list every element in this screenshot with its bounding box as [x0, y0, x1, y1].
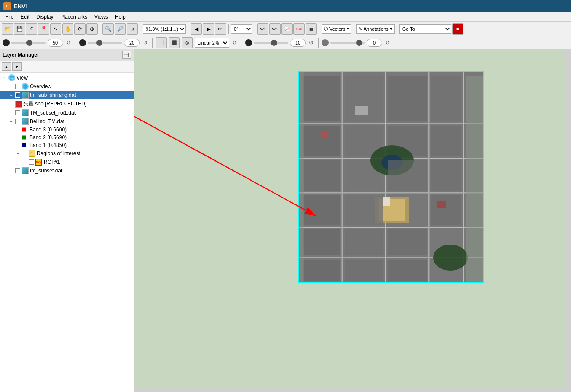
- separator-4: [228, 24, 229, 34]
- regions-expander[interactable]: −: [16, 151, 21, 156]
- horizontal-scrollbar[interactable]: [134, 387, 571, 392]
- tree-item-band1[interactable]: Band 1 (0.4850): [0, 141, 134, 149]
- grid-button[interactable]: ▦: [306, 23, 317, 35]
- roi-tool-button[interactable]: ROI: [293, 23, 305, 35]
- satellite-image: [299, 72, 484, 283]
- nav-next-button[interactable]: ▶: [203, 23, 214, 35]
- view-expander[interactable]: −: [2, 75, 7, 80]
- save-button[interactable]: 💾: [14, 23, 25, 35]
- contrast-thumb[interactable]: [96, 40, 102, 46]
- tree-item-shp[interactable]: S 矢量.shp [REPROJECTED]: [0, 99, 134, 108]
- contrast-refresh[interactable]: ↺: [141, 39, 149, 47]
- tree-item-roi1[interactable]: TM_subset_roi1.dat: [0, 108, 134, 117]
- annotations-dropdown[interactable]: ✎ Annotations ▾: [356, 24, 395, 34]
- tree-item-band3[interactable]: Band 3 (0.6600): [0, 126, 134, 134]
- zoom-select[interactable]: 91.3% (1:1.1...): [143, 24, 186, 34]
- rotation-select[interactable]: 0°: [231, 24, 252, 34]
- menu-file[interactable]: File: [2, 13, 17, 21]
- goto-select[interactable]: Go To: [399, 24, 451, 34]
- separator-8: [397, 24, 397, 34]
- tm-subset-expander: [9, 168, 14, 173]
- tree-item-regions[interactable]: − 📁 Regions of Interest: [0, 149, 134, 158]
- open-button[interactable]: 📂: [2, 23, 13, 35]
- sharpness-circle[interactable]: [245, 39, 252, 46]
- stretch-button[interactable]: W↕: [257, 23, 268, 35]
- menu-display[interactable]: Display: [33, 13, 57, 21]
- vectors-dropdown[interactable]: ⬡ Vectors ▾: [322, 24, 351, 34]
- overview-checkbox[interactable]: [15, 84, 20, 89]
- menu-help[interactable]: Help: [112, 13, 129, 21]
- tm-sub-checkbox[interactable]: [15, 92, 20, 98]
- menu-edit[interactable]: Edit: [17, 13, 33, 21]
- regions-label: Regions of Interest: [37, 150, 132, 156]
- nav-prev-button[interactable]: ◀: [191, 23, 202, 35]
- menu-placemarks[interactable]: Placemarks: [57, 13, 91, 21]
- tree-item-band2[interactable]: Band 2 (0.5690): [0, 134, 134, 141]
- transparency-circle[interactable]: [322, 39, 329, 46]
- tree-item-roi-1[interactable]: ROI ROI #1: [0, 158, 134, 166]
- transparency-thumb[interactable]: [356, 40, 362, 46]
- roi1-checkbox[interactable]: [15, 110, 20, 115]
- svg-rect-33: [303, 260, 340, 281]
- contrast-circle[interactable]: [79, 39, 86, 46]
- north-button[interactable]: N↑: [215, 23, 226, 35]
- sharpness-thumb[interactable]: [271, 40, 277, 46]
- sharpness-refresh[interactable]: ↺: [307, 39, 315, 47]
- tree-item-overview[interactable]: 🌐 Overview: [0, 82, 134, 91]
- stretch-apply-btn[interactable]: ◎: [182, 37, 193, 48]
- layer-manager-pin[interactable]: ⊣|: [122, 51, 131, 59]
- print-button[interactable]: 🖨: [26, 23, 37, 35]
- tree-item-tm-sub-shiliang[interactable]: − tm_sub_shiliang.dat: [0, 91, 134, 99]
- layer-nav-up[interactable]: ▲: [2, 62, 11, 71]
- pan-button[interactable]: ✋: [62, 23, 73, 35]
- contrast-input[interactable]: 20: [124, 39, 140, 47]
- svg-rect-41: [437, 201, 446, 208]
- map-area[interactable]: [134, 49, 571, 392]
- tree-item-view[interactable]: − 🌐 View: [0, 73, 134, 82]
- tree-item-tm-subset[interactable]: tm_subset.dat: [0, 166, 134, 175]
- transparency-track[interactable]: [330, 42, 365, 44]
- svg-line-44: [134, 116, 316, 216]
- tm-sub-expander[interactable]: −: [9, 92, 14, 98]
- histogram-button[interactable]: W↕: [269, 23, 281, 35]
- tree-item-beijing[interactable]: − Beijing_TM.dat: [0, 117, 134, 126]
- band2-icon: [22, 135, 26, 140]
- stretch-full-btn[interactable]: ⬛: [169, 37, 180, 48]
- contrast-track[interactable]: [88, 42, 122, 44]
- stretch-refresh[interactable]: ↺: [231, 39, 239, 47]
- roi-1-checkbox[interactable]: [29, 159, 34, 165]
- cursor-button[interactable]: ↖: [50, 23, 61, 35]
- transparency-refresh[interactable]: ↺: [384, 39, 392, 47]
- zoom-in-button[interactable]: 🔍: [102, 23, 114, 35]
- sharpness-input[interactable]: 10: [290, 39, 306, 47]
- slider-row: 50 ↺ 20 ↺ ⬜ ⬛ ◎ Linear 2% ↺ 10 ↺ 0 ↺: [0, 36, 571, 49]
- toolbar: 📂 💾 🖨 📍 ↖ ✋ ⟳ ⊕ 🔍 🔎 ⊞ 91.3% (1:1.1...) ◀…: [0, 22, 571, 36]
- brightness-circle[interactable]: [3, 39, 10, 46]
- layer-nav-down[interactable]: ▼: [12, 62, 22, 71]
- menu-views[interactable]: Views: [91, 13, 112, 21]
- brightness-refresh[interactable]: ↺: [65, 39, 73, 47]
- zoom-region-button[interactable]: ⊞: [127, 23, 138, 35]
- sharpness-track[interactable]: [254, 42, 288, 44]
- beijing-icon: [22, 118, 29, 125]
- beijing-expander[interactable]: −: [9, 119, 14, 124]
- transparency-input[interactable]: 0: [367, 39, 382, 47]
- vertical-scrollbar[interactable]: [566, 49, 571, 387]
- stretch-region-btn[interactable]: ⬜: [156, 37, 167, 48]
- rotate-button[interactable]: ⟳: [74, 23, 86, 35]
- brightness-track[interactable]: [11, 42, 46, 44]
- roi-1-icon: ROI: [35, 159, 42, 166]
- spectral-button[interactable]: 📈: [281, 23, 293, 35]
- crosshair-button[interactable]: ⊕: [86, 23, 98, 35]
- tm-subset-checkbox[interactable]: [15, 168, 20, 173]
- brightness-input[interactable]: 50: [48, 39, 63, 47]
- view-icon: 🌐: [8, 74, 15, 81]
- annotations-icon: ✎: [358, 26, 362, 32]
- zoom-out-button[interactable]: 🔎: [115, 23, 126, 35]
- regions-checkbox[interactable]: [22, 151, 27, 156]
- beijing-checkbox[interactable]: [15, 119, 20, 124]
- red-btn[interactable]: ■: [452, 23, 463, 35]
- pin-button[interactable]: 📍: [38, 23, 49, 35]
- stretch-select[interactable]: Linear 2%: [195, 38, 229, 48]
- brightness-thumb[interactable]: [26, 40, 32, 46]
